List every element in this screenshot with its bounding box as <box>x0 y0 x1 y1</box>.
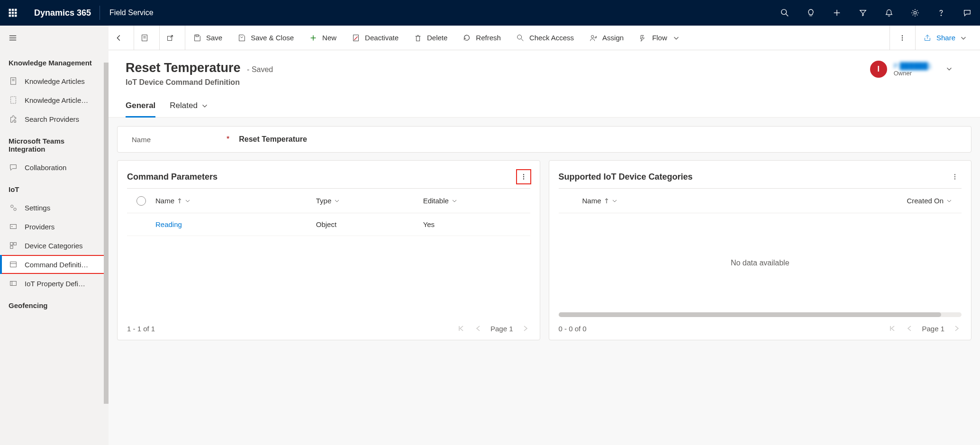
svg-point-14 <box>914 11 916 14</box>
popout-button[interactable] <box>160 26 185 50</box>
cmd-label: Check Access <box>529 34 574 42</box>
svg-line-42 <box>354 36 358 40</box>
cmd-label: New <box>322 34 336 42</box>
tab-related[interactable]: Related <box>170 101 209 117</box>
delete-button[interactable]: Delete <box>406 26 455 50</box>
form-card: Name * Reset Temperature <box>117 126 971 153</box>
assign-button[interactable]: Assign <box>581 26 631 50</box>
cmd-label: Share <box>936 34 955 42</box>
column-type[interactable]: Type <box>316 197 423 205</box>
row-count: 1 - 1 of 1 <box>127 325 155 333</box>
scrollbar-thumb[interactable] <box>559 312 942 317</box>
sidebar-item-iot-property-definitions[interactable]: IoT Property Defi… <box>0 274 109 293</box>
field-name[interactable]: Name * Reset Temperature <box>132 135 957 144</box>
save-state: - Saved <box>247 65 273 73</box>
sidebar-item-knowledge-articles[interactable]: Knowledge Articles <box>0 72 109 91</box>
svg-point-55 <box>954 174 955 175</box>
svg-rect-43 <box>416 36 419 41</box>
sidebar-item-label: Settings <box>25 204 50 212</box>
table-row[interactable]: Reading Object Yes <box>127 213 530 236</box>
sidebar-item-device-categories[interactable]: Device Categories <box>0 236 109 255</box>
scrollbar-thumb[interactable] <box>104 63 109 404</box>
no-data-message: No data available <box>559 213 962 312</box>
owner-display[interactable]: I P ██████1 Owner <box>870 61 953 78</box>
column-created-on[interactable]: Created On <box>804 197 962 205</box>
first-page-button[interactable] <box>456 324 466 333</box>
horizontal-scrollbar[interactable] <box>559 312 962 317</box>
sidebar-section-teams: Microsoft Teams Integration <box>0 128 109 158</box>
row-editable: Yes <box>423 220 530 228</box>
prev-page-button[interactable] <box>905 324 914 333</box>
field-value: Reset Temperature <box>239 135 307 144</box>
svg-rect-19 <box>11 78 16 84</box>
help-icon[interactable] <box>928 0 954 26</box>
check-access-button[interactable]: Check Access <box>508 26 581 50</box>
column-name[interactable]: Name <box>582 197 804 205</box>
filter-icon[interactable] <box>850 0 876 26</box>
row-name-link[interactable]: Reading <box>155 220 316 228</box>
column-label: Created On <box>907 197 944 205</box>
sidebar-item-label: Search Providers <box>25 115 79 123</box>
grid-more-button[interactable] <box>948 170 962 183</box>
refresh-button[interactable]: Refresh <box>455 26 508 50</box>
bell-icon[interactable] <box>876 0 902 26</box>
column-name[interactable]: Name <box>155 197 316 205</box>
puzzle-icon <box>9 114 18 124</box>
app-name[interactable]: Field Service <box>100 9 163 17</box>
sidebar-item-command-definitions[interactable]: Command Definiti… <box>0 255 109 274</box>
tab-label: General <box>126 101 155 110</box>
svg-point-51 <box>902 39 903 40</box>
svg-point-49 <box>902 35 903 36</box>
chevron-down-icon <box>452 198 457 204</box>
app-launcher-icon[interactable] <box>0 9 26 17</box>
back-button[interactable] <box>109 26 134 50</box>
entity-name: IoT Device Command Definition <box>126 78 870 87</box>
tab-general[interactable]: General <box>126 101 155 117</box>
more-commands-button[interactable] <box>889 26 915 50</box>
save-button[interactable]: Save <box>185 26 230 50</box>
sidebar-item-providers[interactable]: Providers <box>0 217 109 236</box>
grid-header-row: Name Type Editable <box>127 189 530 213</box>
sidebar-toggle-button[interactable] <box>0 26 109 50</box>
flow-button[interactable]: Flow <box>631 26 693 50</box>
arrow-up-icon <box>604 198 609 204</box>
lightbulb-icon[interactable] <box>798 0 824 26</box>
brand-label[interactable]: Dynamics 365 <box>26 8 100 18</box>
deactivate-button[interactable]: Deactivate <box>344 26 406 50</box>
select-all-checkbox[interactable] <box>127 196 155 206</box>
sidebar-item-collaboration[interactable]: Collaboration <box>0 158 109 177</box>
column-editable[interactable]: Editable <box>423 197 530 205</box>
cmd-label: Save <box>206 34 222 42</box>
panel-button[interactable] <box>134 26 160 50</box>
doc-add-icon <box>9 95 18 105</box>
sidebar-item-search-providers[interactable]: Search Providers <box>0 109 109 128</box>
chevron-down-icon[interactable] <box>945 64 953 74</box>
first-page-button[interactable] <box>888 324 897 333</box>
plus-icon[interactable] <box>824 0 850 26</box>
share-button[interactable]: Share <box>915 26 980 50</box>
search-icon[interactable] <box>771 0 798 26</box>
grid-header-row: Name Created On <box>559 189 962 213</box>
svg-rect-29 <box>10 246 13 248</box>
sidebar-item-settings[interactable]: Settings <box>0 198 109 217</box>
sidebar-item-knowledge-article-x[interactable]: Knowledge Article… <box>0 91 109 109</box>
save-close-button[interactable]: Save & Close <box>230 26 301 50</box>
chat-icon[interactable] <box>954 0 980 26</box>
chat-icon <box>9 163 18 172</box>
next-page-button[interactable] <box>521 324 530 333</box>
svg-rect-32 <box>10 282 17 286</box>
chevron-down-icon <box>612 198 617 204</box>
gear-icon[interactable] <box>902 0 928 26</box>
sidebar-scrollbar[interactable] <box>104 26 109 445</box>
device-categories-grid: Supported IoT Device Categories Name Cre… <box>549 160 972 340</box>
grid-more-button[interactable] <box>517 170 530 183</box>
new-button[interactable]: New <box>301 26 344 50</box>
next-page-button[interactable] <box>952 324 962 333</box>
arrow-up-icon <box>177 198 182 204</box>
prev-page-button[interactable] <box>473 324 483 333</box>
global-topbar: Dynamics 365 Field Service <box>0 0 980 26</box>
cmd-label: Deactivate <box>365 34 399 42</box>
svg-rect-5 <box>15 12 17 13</box>
svg-rect-2 <box>15 9 17 10</box>
svg-point-46 <box>517 35 522 39</box>
